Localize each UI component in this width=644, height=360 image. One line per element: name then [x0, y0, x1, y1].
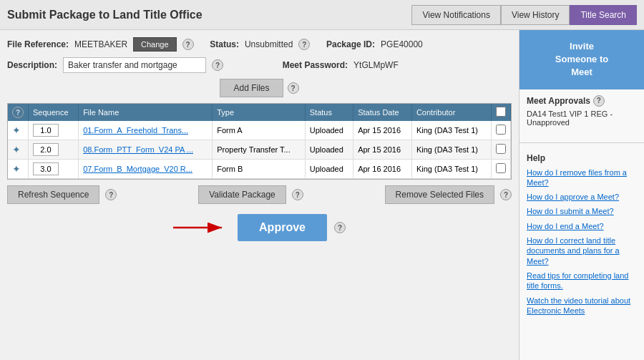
file-reference-value: MEETBAKER: [74, 39, 127, 49]
drag-icon[interactable]: ✦: [12, 163, 21, 175]
header-button-group: View Notifications View History Title Se…: [411, 5, 637, 25]
description-label: Description:: [7, 60, 57, 70]
seq-cell: [29, 121, 79, 140]
approve-row: Approve ?: [7, 214, 512, 241]
status-cell: Uploaded: [305, 140, 353, 160]
status-help-icon[interactable]: ?: [298, 39, 310, 50]
description-row: Description: ? Meet Password: YtGLMpWF: [7, 57, 512, 73]
contributor-cell: King (DA3 Test 1): [411, 121, 491, 140]
select-all-checkbox[interactable]: [496, 107, 506, 117]
drag-icon[interactable]: ✦: [12, 125, 21, 136]
table-row: ✦ 07.Form_B_Mortgage_V20 R... Form B Upl…: [8, 160, 511, 179]
invite-someone-button[interactable]: InviteSomeone toMeet: [519, 30, 644, 89]
page-title: Submit Package to Land Title Office: [7, 9, 411, 21]
col-help: ?: [8, 104, 29, 121]
sequence-input[interactable]: [33, 143, 59, 156]
page-header: Submit Package to Land Title Office View…: [0, 0, 644, 30]
invite-label: InviteSomeone toMeet: [555, 41, 608, 77]
help-link[interactable]: How do I end a Meet?: [527, 221, 637, 231]
contributor-cell: King (DA3 Test 1): [411, 160, 491, 179]
row-checkbox-cell: [492, 121, 511, 140]
status-label: Status:: [210, 39, 239, 49]
files-table: ? Sequence File Name Type Status Status …: [8, 104, 511, 179]
meet-approvals-text: DA14 Test1 VIP 1 REG - Unapproved: [527, 110, 637, 127]
table-help-icon[interactable]: ?: [12, 107, 24, 118]
meet-approvals-title: Meet Approvals: [527, 96, 590, 106]
type-cell: Form A: [213, 121, 306, 140]
sequence-input[interactable]: [33, 124, 59, 137]
description-input[interactable]: [63, 57, 206, 73]
help-link[interactable]: Watch the video tutorial about Electroni…: [527, 296, 637, 316]
row-checkbox[interactable]: [496, 163, 506, 173]
add-files-help-icon[interactable]: ?: [288, 82, 299, 94]
validate-help-icon[interactable]: ?: [292, 189, 303, 200]
meet-approvals-section: Meet Approvals ? DA14 Test1 VIP 1 REG - …: [519, 89, 644, 138]
file-link[interactable]: 08.Form_PTT_Form_V24 PA ...: [83, 145, 193, 154]
table-row: ✦ 08.Form_PTT_Form_V24 PA ... Property T…: [8, 140, 511, 160]
help-links-container: How do I remove files from a Meet?How do…: [527, 167, 637, 316]
drag-cell: ✦: [8, 121, 29, 140]
status-date-cell: Apr 15 2016: [353, 140, 412, 160]
col-contributor: Contributor: [411, 104, 491, 121]
change-button[interactable]: Change: [133, 37, 177, 52]
type-cell: Form B: [213, 160, 306, 179]
validate-package-button[interactable]: Validate Package: [198, 185, 286, 204]
row-checkbox-cell: [492, 140, 511, 160]
right-panel: InviteSomeone toMeet Meet Approvals ? DA…: [519, 30, 644, 360]
status-date-cell: Apr 15 2016: [353, 121, 412, 140]
row-checkbox-cell: [492, 160, 511, 179]
bottom-action-row: Refresh Sequence ? Validate Package ? Re…: [7, 185, 512, 204]
col-status: Status: [305, 104, 353, 121]
package-id-label: Package ID:: [326, 39, 375, 49]
file-reference-help-icon[interactable]: ?: [182, 39, 194, 50]
file-link[interactable]: 01.Form_A_Freehold_Trans...: [83, 126, 188, 135]
col-type: Type: [213, 104, 306, 121]
help-link[interactable]: Read tips for completing land title form…: [527, 271, 637, 291]
add-files-row: Add Files ?: [7, 79, 512, 97]
refresh-help-icon[interactable]: ?: [105, 189, 117, 200]
drag-icon[interactable]: ✦: [12, 144, 21, 155]
col-sequence: Sequence: [29, 104, 79, 121]
contributor-cell: King (DA3 Test 1): [411, 140, 491, 160]
view-history-button[interactable]: View History: [501, 5, 570, 25]
approve-arrow-icon: [173, 217, 230, 238]
help-link[interactable]: How do I correct land title documents an…: [527, 235, 637, 266]
file-reference-row: File Reference: MEETBAKER Change ? Statu…: [7, 37, 512, 52]
help-title: Help: [527, 153, 637, 163]
approve-help-icon[interactable]: ?: [334, 222, 346, 233]
meet-password-label: Meet Password:: [283, 60, 348, 70]
file-link[interactable]: 07.Form_B_Mortgage_V20 R...: [83, 165, 192, 173]
view-notifications-button[interactable]: View Notifications: [411, 5, 501, 25]
file-name-cell: 08.Form_PTT_Form_V24 PA ...: [79, 140, 213, 160]
help-section: Help How do I remove files from a Meet?H…: [519, 147, 644, 326]
file-name-cell: 07.Form_B_Mortgage_V20 R...: [79, 160, 213, 179]
row-checkbox[interactable]: [496, 144, 506, 154]
help-link[interactable]: How do I submit a Meet?: [527, 206, 637, 216]
main-layout: File Reference: MEETBAKER Change ? Statu…: [0, 30, 644, 360]
drag-cell: ✦: [8, 160, 29, 179]
description-help-icon[interactable]: ?: [212, 59, 223, 71]
col-filename: File Name: [79, 104, 213, 121]
remove-selected-files-button[interactable]: Remove Selected Files: [385, 185, 494, 204]
col-status-date: Status Date: [353, 104, 412, 121]
row-checkbox[interactable]: [496, 125, 506, 135]
refresh-sequence-button[interactable]: Refresh Sequence: [7, 185, 99, 204]
left-panel: File Reference: MEETBAKER Change ? Statu…: [0, 30, 519, 360]
meet-approvals-help-icon[interactable]: ?: [593, 95, 605, 107]
help-link[interactable]: How do I approve a Meet?: [527, 192, 637, 202]
seq-cell: [29, 140, 79, 160]
help-link[interactable]: How do I remove files from a Meet?: [527, 167, 637, 188]
file-reference-label: File Reference:: [7, 39, 69, 49]
approve-button[interactable]: Approve: [238, 214, 327, 241]
sequence-input[interactable]: [33, 162, 59, 175]
file-name-cell: 01.Form_A_Freehold_Trans...: [79, 121, 213, 140]
title-search-button[interactable]: Title Search: [570, 5, 637, 25]
seq-cell: [29, 160, 79, 179]
meet-password-value: YtGLMpWF: [353, 60, 399, 70]
arrow-container: [173, 217, 230, 238]
status-value: Unsubmitted: [245, 39, 293, 49]
remove-help-icon[interactable]: ?: [500, 189, 512, 200]
files-table-container: ? Sequence File Name Type Status Status …: [7, 103, 512, 180]
add-files-button[interactable]: Add Files: [220, 79, 283, 97]
status-cell: Uploaded: [305, 160, 353, 179]
